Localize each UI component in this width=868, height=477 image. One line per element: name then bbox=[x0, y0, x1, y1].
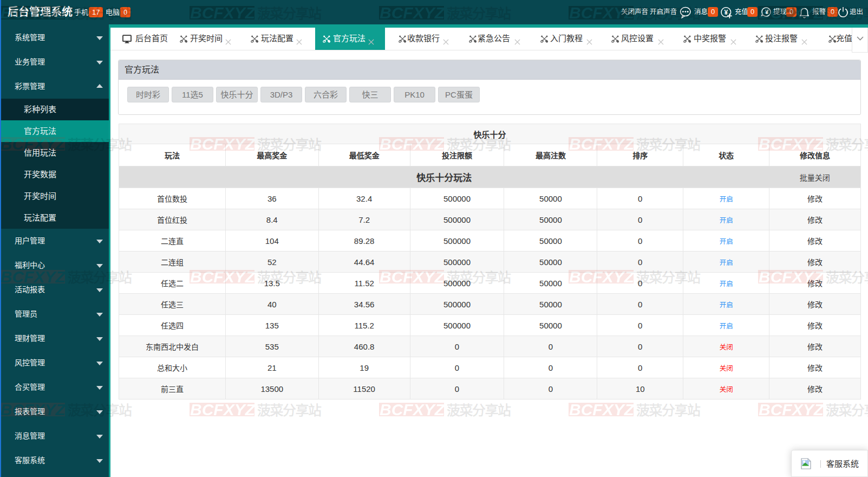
svg-text:¥: ¥ bbox=[724, 9, 728, 16]
svg-text:¥: ¥ bbox=[765, 9, 769, 15]
